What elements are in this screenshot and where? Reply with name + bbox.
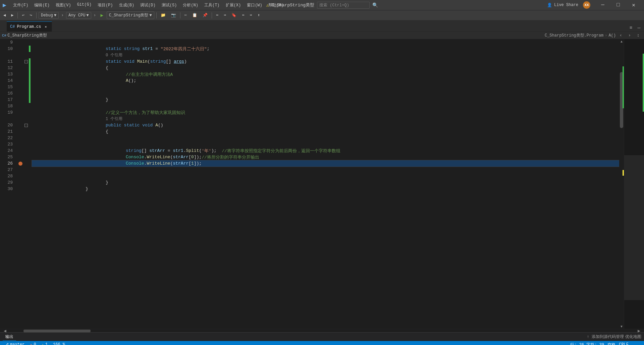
toolbar-nav-back[interactable]: ⬅: [214, 12, 220, 18]
tab-program-cs[interactable]: C# Program.cs ✕: [7, 21, 52, 32]
toolbar-redo[interactable]: ↪: [28, 12, 34, 18]
status-errors[interactable]: ✕ 0: [29, 341, 37, 345]
minimize-button[interactable]: ─: [595, 0, 610, 10]
bp-20: [17, 122, 23, 128]
optimize-map-text: 优化地图: [625, 334, 641, 340]
breakpoint-marker-26[interactable]: [18, 162, 22, 166]
toolbar-undo[interactable]: ↩: [20, 12, 26, 18]
toolbar-bm-prev[interactable]: ⬅: [240, 12, 246, 18]
toolbar-bookmark[interactable]: 🔖: [229, 12, 238, 18]
menu-project[interactable]: 项目(P): [95, 2, 116, 9]
vertical-scrollbar[interactable]: ▲ ▼: [619, 39, 624, 329]
bp-24: [17, 148, 23, 154]
menu-extensions[interactable]: 扩展(X): [223, 2, 244, 9]
menu-view[interactable]: 视图(V): [53, 2, 74, 9]
token-0-25: 0: [191, 155, 194, 160]
start-debug-button[interactable]: ▶: [98, 12, 105, 19]
token-console26: Console: [126, 161, 144, 166]
toolbar-cut[interactable]: ✂: [182, 12, 189, 18]
menu-git[interactable]: Git(G): [74, 2, 94, 9]
panel-tab-output[interactable]: 输出: [3, 333, 16, 341]
toolbar-folder[interactable]: 📁: [159, 12, 168, 18]
h-scroll-left[interactable]: ◀: [0, 328, 10, 334]
toolbar-bm-next[interactable]: ➡: [248, 12, 254, 18]
breadcrumb-class-path[interactable]: C_SharpString类型.Program: [545, 33, 603, 38]
token-comment19: //定义一个方法，为了帮助大家巩固知识: [106, 110, 185, 116]
tab-close-button[interactable]: ✕: [43, 24, 48, 30]
scroll-track[interactable]: [619, 44, 624, 324]
token-lp26: (: [170, 161, 173, 166]
toolbar-nav-fwd[interactable]: ➡: [222, 12, 228, 18]
toolbar-back[interactable]: ◀: [1, 12, 8, 18]
tab-split-icon[interactable]: ↔: [635, 24, 643, 32]
project-dropdown[interactable]: C_SharpString类型 ▼: [107, 11, 154, 19]
token-strArr25: strArr: [173, 155, 189, 160]
code-line-26: Console . WriteLine ( strArr [ 1 ]);: [32, 160, 619, 167]
fold-9: [23, 39, 29, 46]
fold-15: [23, 84, 29, 90]
platform-dropdown[interactable]: Any CPU ▼: [66, 12, 91, 19]
breadcrumb-class[interactable]: C# C_SharpString类型: [2, 33, 47, 38]
bp-22: [17, 135, 23, 141]
debug-config-dropdown[interactable]: Debug ▼: [39, 12, 59, 19]
ref-count-19: 1 个引用: [106, 116, 122, 122]
fold-ref19: [23, 116, 29, 122]
bp-27: [17, 167, 23, 173]
breadcrumb-nav-right[interactable]: ›: [626, 32, 633, 39]
status-position[interactable]: 行: 26 字符: 39: [569, 341, 605, 345]
menu-debug[interactable]: 调试(D): [138, 2, 158, 9]
code-line-12: {: [32, 65, 619, 71]
title-right: 👤 Live Share XX ─ □ ✕: [544, 0, 641, 10]
menu-test[interactable]: 测试(S): [159, 2, 180, 9]
menu-window[interactable]: 窗口(W): [244, 2, 265, 9]
menu-tools[interactable]: 工具(T): [202, 2, 222, 9]
line-numbers: 9 10 11 12 13 14 15 16 17 18 19 20 21 22…: [0, 39, 17, 329]
token-arr11: []: [166, 59, 173, 64]
live-share-button[interactable]: 👤 Live Share: [544, 2, 581, 8]
toolbar-camera[interactable]: 📷: [169, 12, 178, 18]
status-warnings[interactable]: ⚠ 1: [40, 341, 49, 345]
breadcrumb-nav-left[interactable]: ‹: [617, 32, 625, 39]
toolbar-up[interactable]: ⬆: [256, 12, 262, 18]
fold-20[interactable]: -: [23, 122, 29, 128]
fold-11[interactable]: -: [23, 58, 29, 65]
fold-column: - -: [23, 39, 29, 329]
tab-list-icon[interactable]: ≡: [627, 24, 635, 32]
search-icon[interactable]: 🔍: [372, 2, 378, 8]
breadcrumb-method[interactable]: A(): [608, 33, 616, 38]
close-button[interactable]: ✕: [626, 0, 641, 10]
menu-edit[interactable]: 编辑(E): [32, 2, 52, 9]
toolbar-paste[interactable]: 📌: [201, 12, 210, 18]
fold-18: [23, 103, 29, 109]
breadcrumb-expand[interactable]: ↕: [635, 32, 642, 39]
fold-21: [23, 128, 29, 135]
menu-analyze[interactable]: 分析(N): [180, 2, 201, 9]
line-num-30: 30: [0, 186, 15, 192]
menu-build[interactable]: 生成(B): [116, 2, 137, 9]
status-spaces[interactable]: 空格: [606, 341, 617, 345]
restore-button[interactable]: □: [610, 0, 626, 10]
fold-22: [23, 135, 29, 141]
live-share-label: Live Share: [554, 3, 578, 7]
horizontal-scrollbar[interactable]: ◀ ▶: [0, 329, 644, 332]
minimap: [624, 39, 644, 329]
scroll-down-arrow[interactable]: ▼: [619, 324, 624, 329]
status-git-branch[interactable]: ⎇ master: [3, 341, 26, 345]
status-encoding[interactable]: CRLF: [618, 341, 630, 345]
token-void11: void: [124, 59, 137, 64]
token-paren11: (: [148, 59, 150, 64]
token-strArr26: strArr: [173, 161, 189, 166]
user-avatar[interactable]: XX: [583, 1, 590, 9]
search-box[interactable]: 搜索 (Ctrl+Q): [317, 2, 370, 9]
scroll-up-arrow[interactable]: ▲: [619, 39, 624, 44]
token-dot26: .: [144, 161, 147, 166]
code-editor[interactable]: static string str1 = "2022年四月二十六日" ; 0 个…: [31, 39, 619, 329]
debug-config-chevron: ▼: [54, 13, 56, 18]
menu-file[interactable]: 文件(F): [10, 2, 31, 9]
h-scroll-thumb[interactable]: [23, 330, 91, 332]
toolbar-forward[interactable]: ▶: [9, 12, 15, 18]
code-line-14: A ();: [32, 77, 619, 84]
toolbar-copy[interactable]: 📋: [190, 12, 199, 18]
status-zoom[interactable]: 166 %: [52, 341, 66, 345]
bp-15: [17, 84, 23, 90]
